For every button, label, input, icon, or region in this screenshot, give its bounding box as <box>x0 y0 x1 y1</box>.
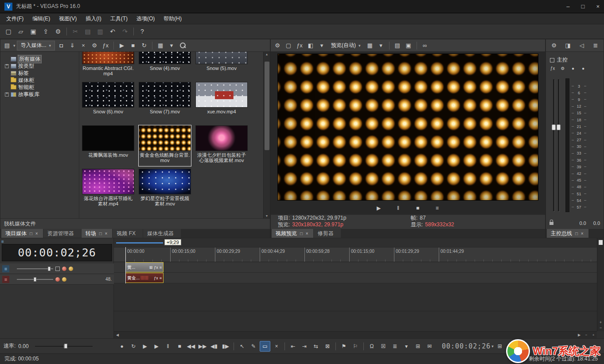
track-list-menu-icon[interactable]: ≡ <box>1 239 4 244</box>
whats-this-help-button[interactable]: ? <box>136 26 148 37</box>
app-icon[interactable]: V <box>4 3 12 11</box>
loop-playback-button[interactable]: ∞ <box>420 41 430 50</box>
solo-button[interactable]: ● <box>580 65 586 71</box>
video-track-icon[interactable]: ≡ <box>2 265 9 272</box>
separator[interactable] <box>234 342 234 350</box>
panel-tab[interactable]: 视频 FX <box>113 229 143 238</box>
trim-end-button[interactable]: ⇥ <box>299 341 310 352</box>
separator[interactable] <box>66 27 67 35</box>
lock-event-button[interactable]: ⊠ <box>322 341 333 352</box>
panel-tab[interactable]: 视频预览 □ × <box>272 229 313 238</box>
pause-button[interactable]: ‖ <box>163 341 173 352</box>
project-properties-button[interactable]: ⚙ <box>52 26 64 37</box>
menu-item[interactable]: 文件(F) <box>2 15 28 23</box>
media-thumbnail[interactable]: 花瓣飘落装饰.mov <box>82 125 134 166</box>
menu-item[interactable]: 插入(I) <box>81 15 105 23</box>
chevron-down-icon[interactable]: ▾ <box>491 344 494 349</box>
edit-cursor[interactable] <box>125 247 126 283</box>
stop-button[interactable]: ■ <box>413 203 423 213</box>
panel-tab[interactable]: 媒体生成器 <box>143 229 181 238</box>
media-thumbnail[interactable]: Snow (7).mov <box>139 82 191 123</box>
overlays-button[interactable]: ▦ <box>365 41 375 50</box>
menu-item[interactable]: 工具(T) <box>106 15 132 23</box>
panel-tab[interactable]: 主控总线 □ × <box>547 229 588 238</box>
insert-region-button[interactable]: ⚐ <box>350 341 361 352</box>
hamburger-icon[interactable]: ≡ <box>160 265 162 270</box>
track-motion-icon[interactable] <box>55 267 60 271</box>
menu-item[interactable]: 帮助(H) <box>159 15 186 23</box>
media-thumbnail[interactable]: 浪漫七夕栏目包装粒子心落版视频素材.mov <box>195 125 248 166</box>
views-caret-icon[interactable]: ▾ <box>167 41 176 50</box>
media-thumbnail[interactable]: Romantic Abstract CGI.mp4 <box>82 52 134 79</box>
media-properties-button[interactable]: ⚙ <box>90 41 99 50</box>
separator[interactable] <box>417 42 417 50</box>
separator[interactable] <box>113 42 114 50</box>
panel-tab[interactable]: 转场 □ × <box>82 229 113 238</box>
auto-preview-button[interactable]: ↻ <box>139 41 149 50</box>
tree-item[interactable]: 媒体柜 <box>0 77 79 84</box>
next-frame-button[interactable]: ▮▶ <box>220 341 231 352</box>
new-project-button[interactable]: ▢ <box>3 26 14 37</box>
maximize-button[interactable]: □ <box>581 3 585 10</box>
media-thumbnail[interactable]: Snow (4).mov <box>139 52 191 79</box>
tree-item[interactable]: 所有媒体 <box>0 55 79 62</box>
overlays-caret-icon[interactable]: ▾ <box>376 41 386 50</box>
scroll-left-icon[interactable]: ◀ <box>114 332 121 339</box>
timeline-track-area[interactable]: +9;29 00:00:0000:00:15;0000:00:29;2900:0… <box>114 238 597 331</box>
panel-tab[interactable]: 项目媒体 □ × <box>1 229 43 238</box>
external-monitor-button[interactable]: ▢ <box>284 41 293 50</box>
timeline-vertical-rail[interactable]: + − <box>597 238 604 331</box>
video-output-fx-button[interactable]: ƒx <box>295 41 304 50</box>
remove-media-button[interactable]: × <box>78 41 88 50</box>
separator[interactable] <box>284 342 285 350</box>
separator[interactable] <box>389 42 390 50</box>
media-thumbnail[interactable]: 落花烛台许愿环节婚礼素材.mp4 <box>82 169 134 209</box>
tab-window-controls[interactable]: □ × <box>300 231 309 236</box>
previous-frame-button[interactable]: ◀▮ <box>209 341 219 352</box>
hamburger-icon[interactable]: ≡ <box>160 276 162 280</box>
lock-icon[interactable] <box>549 222 553 225</box>
stop-button[interactable]: ■ <box>174 341 185 352</box>
expander-icon[interactable] <box>5 93 9 97</box>
save-snapshot-button[interactable]: ▣ <box>404 41 413 50</box>
stop-preview-button[interactable]: ■ <box>128 41 138 50</box>
transport-timecode[interactable]: 00:00:02;26 <box>442 342 491 350</box>
tree-item[interactable]: 按类型 <box>0 62 79 70</box>
timeline-timecode[interactable]: 00:00:02;26 <box>2 244 112 261</box>
solo-icon[interactable] <box>62 277 66 282</box>
media-fx-button[interactable]: ƒx <box>101 41 110 50</box>
audio-clip[interactable]: 黄金... ƒx ≡ <box>125 273 164 283</box>
zoom-out-time-icon[interactable]: − <box>583 332 590 339</box>
split-button[interactable]: × <box>271 341 282 352</box>
media-thumbnail[interactable]: Snow (5).mov <box>195 52 248 79</box>
solo-icon[interactable] <box>69 267 73 271</box>
time-selection-bar[interactable] <box>116 242 163 244</box>
time-ruler[interactable]: 00:00:0000:00:15;0000:00:29;2900:00:44;2… <box>114 247 597 262</box>
split-screen-view-button[interactable]: ◧ <box>306 41 316 50</box>
scrollbar-thumb[interactable] <box>265 62 269 150</box>
insert-marker-button[interactable]: ⚑ <box>339 341 349 352</box>
play-button[interactable]: ▶ <box>374 203 384 213</box>
loop-playback-button[interactable]: ↻ <box>128 341 139 352</box>
capture-video-button[interactable]: ◘ <box>56 41 66 50</box>
snapping-button[interactable]: ⊞ <box>495 341 505 352</box>
separator[interactable] <box>335 342 336 350</box>
video-track-level-slider[interactable] <box>17 268 53 269</box>
marker-tool-icon[interactable] <box>599 240 603 245</box>
volume-fader-left[interactable] <box>552 124 556 130</box>
selection-edit-tool-button[interactable]: ▭ <box>260 341 270 352</box>
separator[interactable] <box>152 42 152 50</box>
mixer-button[interactable]: ≣ <box>390 341 400 352</box>
minimize-button[interactable]: – <box>566 3 569 10</box>
video-track-lane[interactable]: 黄... ⊞ ƒx ≡ <box>114 262 597 273</box>
audio-track-icon[interactable]: ≡ <box>2 276 9 283</box>
preview-quality-dropdown[interactable]: 预览(自动) ▾ <box>328 41 364 50</box>
start-preview-button[interactable]: ▶ <box>117 41 127 50</box>
mute-icon[interactable] <box>55 277 60 282</box>
separator[interactable] <box>363 342 364 350</box>
search-icon[interactable] <box>179 42 187 50</box>
close-button[interactable]: × <box>596 3 600 10</box>
undo-button[interactable]: ↶ <box>107 26 118 37</box>
play-from-start-button[interactable]: ▶ <box>140 341 150 352</box>
paste-button[interactable]: ▥ <box>94 26 106 37</box>
